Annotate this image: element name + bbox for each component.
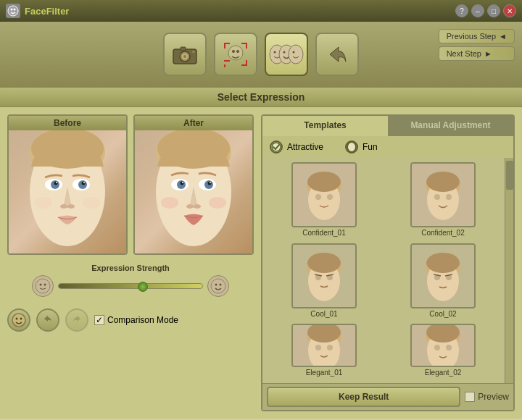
svg-point-106: [446, 345, 452, 350]
template-face-cool-01: [291, 243, 357, 308]
svg-rect-19: [246, 60, 247, 66]
svg-point-10: [232, 50, 235, 53]
templates-scrollbar[interactable]: [505, 158, 513, 383]
svg-point-39: [67, 204, 75, 209]
svg-point-54: [186, 204, 194, 209]
svg-point-71: [315, 194, 321, 200]
svg-point-37: [83, 182, 85, 183]
expression-strength-section: Expression Strength: [7, 261, 254, 300]
comparison-mode-row: ✓ Comparison Mode: [94, 315, 178, 325]
svg-point-99: [315, 345, 321, 350]
preview-checkbox[interactable]: [465, 392, 475, 402]
comparison-mode-label: Comparison Mode: [107, 315, 178, 325]
tab-templates[interactable]: Templates: [262, 116, 388, 136]
templates-grid: Confident_01: [262, 158, 505, 383]
template-face-confident-02: [410, 162, 476, 227]
svg-point-41: [83, 197, 100, 209]
attractive-radio: [270, 140, 283, 154]
template-elegant-01[interactable]: Elegant_01: [267, 324, 381, 379]
svg-point-77: [434, 194, 440, 200]
next-step-button[interactable]: Next Step ►: [439, 46, 515, 61]
svg-point-64: [12, 314, 25, 327]
template-face-elegant-02: [410, 324, 476, 367]
svg-point-25: [293, 51, 295, 54]
prev-arrow-icon: ◄: [499, 32, 507, 41]
camera-tool-button[interactable]: [163, 33, 207, 76]
svg-point-52: [182, 182, 183, 183]
expression-tool-button[interactable]: [265, 33, 308, 76]
smiley-button[interactable]: [7, 308, 30, 332]
undo-button[interactable]: [36, 308, 59, 332]
svg-point-60: [44, 284, 46, 286]
svg-point-56: [161, 197, 178, 209]
template-cool-02[interactable]: Cool_02: [386, 243, 500, 320]
category-fun[interactable]: Fun: [345, 140, 378, 154]
tab-manual-adjustment[interactable]: Manual Adjustment: [388, 116, 513, 136]
svg-point-2: [14, 9, 16, 11]
app-title: FaceFilter: [25, 6, 69, 17]
maximize-button[interactable]: □: [487, 4, 500, 17]
svg-point-36: [56, 182, 57, 183]
template-cool-01[interactable]: Cool_01: [267, 243, 381, 320]
after-face-image: [135, 130, 252, 253]
next-step-label: Next Step: [447, 49, 481, 58]
svg-point-100: [327, 345, 333, 350]
svg-point-62: [215, 284, 218, 286]
after-image-box: After: [133, 114, 254, 255]
preview-label: Preview: [478, 392, 509, 402]
svg-point-93: [426, 253, 460, 273]
window-controls: ? – □ ✕: [455, 4, 516, 17]
redo-button[interactable]: [65, 308, 88, 332]
before-face-image: [9, 130, 126, 253]
strength-face-left: [32, 275, 54, 297]
svg-point-79: [426, 172, 460, 192]
template-face-elegant-01: [291, 324, 357, 367]
main-content: Before: [0, 107, 522, 419]
help-button[interactable]: ?: [455, 4, 468, 17]
svg-point-1: [11, 9, 13, 11]
minimize-button[interactable]: –: [471, 4, 484, 17]
strength-slider-track[interactable]: [58, 283, 203, 289]
strength-slider-row: [32, 275, 229, 297]
template-confident-01[interactable]: Confident_01: [267, 162, 381, 239]
before-after-container: Before: [7, 114, 254, 255]
app-icon: [6, 4, 20, 18]
templates-grid-container: Confident_01: [262, 158, 513, 383]
preview-row: Preview: [465, 392, 509, 402]
svg-point-50: [181, 182, 184, 185]
toolbar-icons: [163, 33, 359, 76]
svg-point-72: [327, 194, 333, 200]
comparison-mode-checkbox[interactable]: ✓: [94, 315, 104, 325]
right-panel: Templates Manual Adjustment Attractive: [261, 114, 515, 411]
before-image-box: Before: [7, 114, 128, 255]
category-attractive[interactable]: Attractive: [270, 140, 323, 154]
prev-step-button[interactable]: Previous Step ◄: [439, 29, 515, 43]
svg-point-23: [283, 51, 286, 54]
svg-point-0: [8, 6, 18, 16]
svg-point-35: [82, 182, 86, 185]
bottom-controls: ✓ Comparison Mode: [7, 306, 254, 335]
back-tool-button[interactable]: [315, 33, 359, 76]
svg-point-105: [434, 345, 440, 350]
next-arrow-icon: ►: [484, 49, 492, 58]
step-title: Select Expression: [0, 87, 522, 107]
toolbar: Previous Step ◄ Next Step ►: [0, 22, 522, 87]
template-label-cool-02: Cool_02: [429, 310, 456, 318]
svg-point-59: [40, 284, 42, 286]
strength-slider-thumb[interactable]: [138, 282, 148, 292]
svg-point-11: [236, 50, 239, 53]
svg-rect-7: [181, 47, 186, 51]
template-elegant-02[interactable]: Elegant_02: [386, 324, 500, 379]
nav-buttons: Previous Step ◄ Next Step ►: [439, 29, 515, 61]
attractive-label: Attractive: [287, 142, 323, 152]
close-button[interactable]: ✕: [503, 4, 516, 17]
bottom-bar: Keep Result Preview: [262, 383, 513, 410]
category-row: Attractive Fun: [262, 136, 513, 158]
svg-point-63: [220, 284, 222, 286]
before-label: Before: [9, 116, 126, 130]
svg-rect-15: [246, 43, 247, 49]
template-confident-02[interactable]: Confident_02: [386, 162, 500, 239]
detect-tool-button[interactable]: [214, 33, 257, 76]
left-panel: Before: [7, 114, 254, 411]
keep-result-button[interactable]: Keep Result: [267, 387, 460, 407]
